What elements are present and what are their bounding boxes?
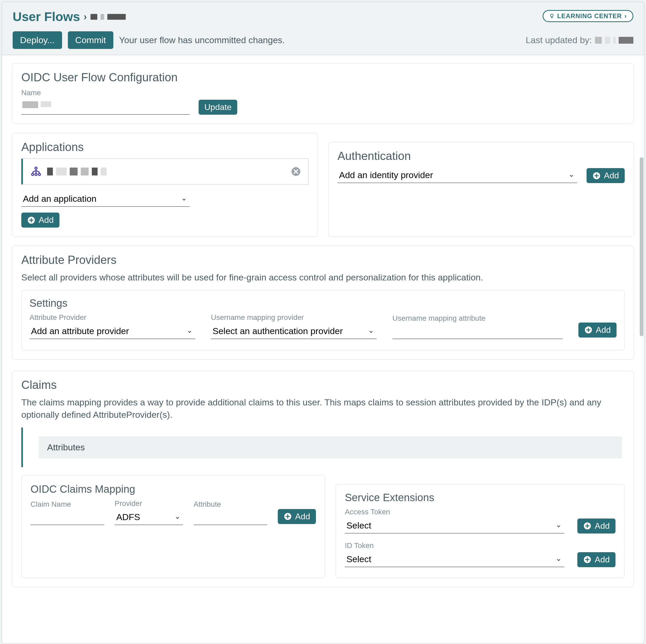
update-button[interactable]: Update (199, 100, 237, 115)
provider-label: Provider (115, 499, 183, 508)
add-idp-select[interactable]: Add an identity provider (337, 167, 577, 183)
oidc-claims-mapping-card: OIDC Claims Mapping Claim Name Provider … (21, 475, 325, 578)
plus-circle-icon (27, 216, 35, 224)
attribute-providers-card: Attribute Providers Select all providers… (12, 246, 634, 360)
username-attr-label: Username mapping attribute (393, 314, 563, 323)
claim-name-label: Claim Name (30, 500, 104, 509)
lightbulb-icon (549, 13, 554, 19)
deploy-button[interactable]: Deploy... (13, 31, 62, 49)
svg-point-0 (35, 167, 37, 169)
remove-application-icon[interactable] (291, 166, 301, 177)
settings-title: Settings (29, 297, 617, 309)
attribute-input[interactable] (194, 510, 267, 525)
name-label: Name (21, 89, 625, 97)
svg-point-2 (35, 173, 37, 176)
claims-attributes-panel: Attributes (21, 427, 625, 467)
breadcrumb-root[interactable]: User Flows (13, 9, 80, 24)
id-token-label: ID Token (345, 541, 616, 550)
claims-title: Claims (21, 378, 625, 392)
attributes-header: Attributes (39, 436, 622, 458)
commit-button[interactable]: Commit (68, 31, 113, 49)
plus-circle-icon (583, 522, 591, 530)
provider-select[interactable]: ADFS (115, 509, 183, 525)
username-attr-input[interactable] (393, 324, 563, 339)
attribute-label: Attribute (194, 500, 267, 509)
plus-circle-icon (593, 172, 601, 180)
add-id-token-ext-button[interactable]: Add (577, 552, 616, 567)
claims-card: Claims The claims mapping provides a way… (12, 371, 634, 587)
claim-name-input[interactable] (30, 510, 104, 525)
add-access-token-ext-button[interactable]: Add (577, 519, 616, 534)
chevron-right-icon: › (624, 12, 627, 20)
service-extensions-card: Service Extensions Access Token Select ⌄… (336, 484, 625, 578)
svg-point-1 (31, 173, 34, 176)
authentication-card: Authentication Add an identity provider … (328, 142, 634, 237)
attribute-settings-card: Settings Attribute Provider Add an attri… (21, 290, 625, 350)
application-chip (21, 158, 309, 185)
scrollbar-thumb[interactable] (640, 157, 643, 336)
breadcrumb-current (91, 14, 126, 20)
access-token-label: Access Token (345, 508, 616, 516)
access-token-select[interactable]: Select (345, 518, 564, 534)
attribute-providers-title: Attribute Providers (21, 253, 625, 266)
applications-card: Applications Add an applicat (12, 133, 318, 237)
chevron-right-icon: › (84, 11, 87, 22)
plus-circle-icon (284, 512, 292, 521)
application-name (47, 168, 107, 176)
add-claim-button[interactable]: Add (278, 509, 316, 524)
username-provider-select[interactable]: Select an authentication provider (211, 323, 376, 339)
attribute-providers-description: Select all providers whose attributes wi… (21, 271, 625, 284)
learning-center-label: LEARNING CENTER (557, 12, 622, 20)
service-extensions-title: Service Extensions (345, 492, 616, 504)
username-provider-label: Username mapping provider (211, 313, 376, 322)
status-message: Your user flow has uncommitted changes. (119, 35, 285, 45)
attr-provider-label: Attribute Provider (29, 313, 195, 322)
oidc-config-title: OIDC User Flow Configuration (21, 71, 625, 84)
authentication-title: Authentication (337, 149, 625, 163)
plus-circle-icon (584, 326, 593, 334)
id-token-select[interactable]: Select (345, 551, 564, 567)
add-attr-provider-button[interactable]: Add (578, 323, 617, 337)
attr-provider-select[interactable]: Add an attribute provider (29, 323, 195, 339)
oidc-config-card: OIDC User Flow Configuration Name Update (12, 63, 634, 124)
add-idp-button[interactable]: Add (586, 168, 625, 183)
add-application-select[interactable]: Add an application (21, 191, 190, 207)
svg-point-3 (38, 173, 40, 176)
add-application-button[interactable]: Add (21, 213, 60, 228)
claims-description: The claims mapping provides a way to pro… (21, 396, 625, 421)
oidc-claims-mapping-title: OIDC Claims Mapping (30, 483, 316, 495)
plus-circle-icon (583, 555, 591, 564)
applications-title: Applications (21, 140, 309, 153)
last-updated-by: Last updated by: (526, 35, 633, 45)
app-tree-icon (30, 166, 42, 177)
learning-center-button[interactable]: LEARNING CENTER › (543, 10, 633, 22)
